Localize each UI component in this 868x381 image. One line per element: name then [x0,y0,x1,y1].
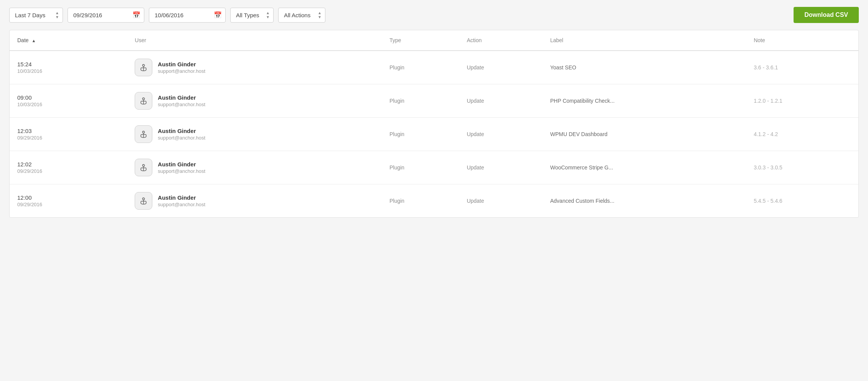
cell-note-1: 1.2.0 - 1.2.1 [746,84,858,118]
cell-date-val-0: 10/03/2016 [17,68,119,74]
user-email-1: support@anchor.host [158,102,205,107]
cell-time-1: 09:00 [17,94,119,101]
cell-user-0: Austin Ginder support@anchor.host [127,51,382,84]
table-row: 12:03 09/29/2016 [10,118,858,151]
date-sort-arrow: ▲ [31,38,36,43]
cell-note-0: 3.6 - 3.6.1 [746,51,858,84]
user-cell-3: Austin Ginder support@anchor.host [135,159,374,176]
cell-label-2: WPMU DEV Dashboard [543,118,746,151]
avatar-3 [135,159,152,176]
col-label: Label [543,30,746,51]
user-name-2: Austin Ginder [158,128,205,134]
cell-action-1: Update [459,84,542,118]
cell-user-4: Austin Ginder support@anchor.host [127,184,382,218]
user-info-1: Austin Ginder support@anchor.host [158,94,205,107]
table-row: 15:24 10/03/2016 [10,51,858,84]
cell-date-0: 15:24 10/03/2016 [10,51,127,84]
toolbar: Last 7 Days Last 30 Days Last 90 Days Cu… [0,0,868,30]
cell-action-4: Update [459,184,542,218]
avatar-1 [135,92,152,110]
user-info-4: Austin Ginder support@anchor.host [158,194,205,207]
col-type: Type [382,30,459,51]
cell-date-4: 12:00 09/29/2016 [10,184,127,218]
cell-date-3: 12:02 09/29/2016 [10,151,127,184]
cell-label-1: PHP Compatibility Check... [543,84,746,118]
avatar-2 [135,125,152,143]
col-action: Action [459,30,542,51]
cell-action-3: Update [459,151,542,184]
anchor-icon-3 [138,162,149,173]
user-email-0: support@anchor.host [158,68,205,74]
user-info-2: Austin Ginder support@anchor.host [158,128,205,141]
user-name-3: Austin Ginder [158,161,205,168]
user-name-4: Austin Ginder [158,194,205,201]
period-select[interactable]: Last 7 Days Last 30 Days Last 90 Days Cu… [9,8,63,23]
end-date-wrapper: 📅 [149,8,226,23]
cell-date-val-4: 09/29/2016 [17,202,119,207]
cell-note-2: 4.1.2 - 4.2 [746,118,858,151]
cell-date-val-1: 10/03/2016 [17,102,119,107]
user-cell-4: Austin Ginder support@anchor.host [135,192,374,210]
user-name-0: Austin Ginder [158,61,205,67]
col-note: Note [746,30,858,51]
user-email-4: support@anchor.host [158,202,205,207]
user-cell-0: Austin Ginder support@anchor.host [135,59,374,76]
download-csv-button[interactable]: Download CSV [794,7,859,23]
cell-type-4: Plugin [382,184,459,218]
activity-table-container: Date ▲ User Type Action Label Note 15:24… [9,30,859,218]
end-date-input[interactable] [149,8,226,23]
anchor-icon-4 [138,195,149,206]
cell-time-4: 12:00 [17,194,119,201]
table-row: 12:02 09/29/2016 [10,151,858,184]
cell-type-2: Plugin [382,118,459,151]
period-select-wrapper: Last 7 Days Last 30 Days Last 90 Days Cu… [9,8,63,23]
cell-user-2: Austin Ginder support@anchor.host [127,118,382,151]
cell-user-1: Austin Ginder support@anchor.host [127,84,382,118]
cell-date-1: 09:00 10/03/2016 [10,84,127,118]
cell-label-4: Advanced Custom Fields... [543,184,746,218]
cell-action-0: Update [459,51,542,84]
avatar-0 [135,59,152,76]
user-cell-1: Austin Ginder support@anchor.host [135,92,374,110]
cell-type-1: Plugin [382,84,459,118]
col-user: User [127,30,382,51]
user-info-0: Austin Ginder support@anchor.host [158,61,205,74]
col-date[interactable]: Date ▲ [10,30,127,51]
cell-time-0: 15:24 [17,61,119,67]
activity-table: Date ▲ User Type Action Label Note 15:24… [10,30,858,217]
cell-date-val-3: 09/29/2016 [17,168,119,174]
user-email-2: support@anchor.host [158,135,205,141]
cell-time-2: 12:03 [17,128,119,134]
start-date-wrapper: 📅 [68,8,144,23]
anchor-icon-0 [138,62,149,73]
cell-user-3: Austin Ginder support@anchor.host [127,151,382,184]
action-select[interactable]: All Actions Update Install Deactivate De… [278,8,325,23]
table-row: 09:00 10/03/2016 [10,84,858,118]
user-name-1: Austin Ginder [158,94,205,101]
start-date-input[interactable] [68,8,144,23]
user-cell-2: Austin Ginder support@anchor.host [135,125,374,143]
action-select-wrapper: All Actions Update Install Deactivate De… [278,8,325,23]
anchor-icon-2 [138,129,149,140]
table-header-row: Date ▲ User Type Action Label Note [10,30,858,51]
user-email-3: support@anchor.host [158,168,205,174]
table-row: 12:00 09/29/2016 [10,184,858,218]
anchor-icon-1 [138,95,149,106]
cell-label-3: WooCommerce Stripe G... [543,151,746,184]
cell-label-0: Yoast SEO [543,51,746,84]
type-select-wrapper: All Types Plugin Theme Core User ▲ ▼ [230,8,274,23]
cell-date-val-2: 09/29/2016 [17,135,119,141]
type-select[interactable]: All Types Plugin Theme Core User [230,8,274,23]
cell-action-2: Update [459,118,542,151]
cell-note-3: 3.0.3 - 3.0.5 [746,151,858,184]
cell-note-4: 5.4.5 - 5.4.6 [746,184,858,218]
user-info-3: Austin Ginder support@anchor.host [158,161,205,174]
cell-time-3: 12:02 [17,161,119,168]
cell-type-0: Plugin [382,51,459,84]
cell-date-2: 12:03 09/29/2016 [10,118,127,151]
cell-type-3: Plugin [382,151,459,184]
avatar-4 [135,192,152,210]
